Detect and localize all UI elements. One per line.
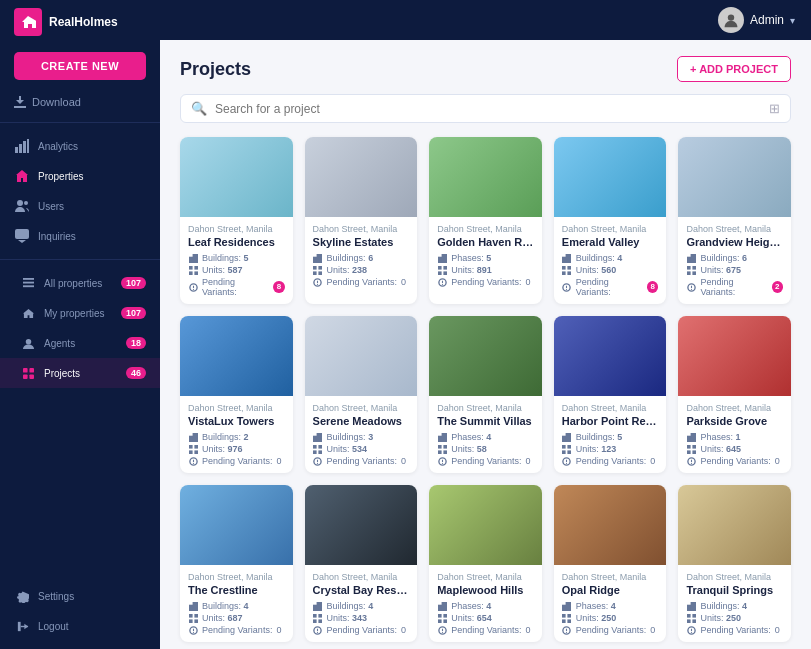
svg-rect-36: [441, 254, 446, 263]
analytics-icon: [14, 138, 30, 154]
buildings-icon: [562, 432, 572, 442]
svg-rect-8: [23, 281, 34, 283]
card-meta: Buildings: 2 Units: 976 Pending Variants…: [188, 432, 285, 466]
units-icon: [188, 444, 198, 454]
sidebar-item-settings[interactable]: Settings: [0, 581, 160, 611]
project-card[interactable]: Dahon Street, Manila Maplewood Hills Pha…: [429, 485, 542, 642]
search-bar: 🔍 ⊞: [180, 94, 791, 123]
card-meta: Buildings: 4 Units: 560 Pending Variants…: [562, 253, 659, 297]
add-project-button[interactable]: + ADD PROJECT: [677, 56, 791, 82]
project-card[interactable]: Dahon Street, Manila Crystal Bay Residen…: [305, 485, 418, 642]
card-meta-pending: Pending Variants: 0: [686, 625, 783, 635]
card-meta-units: Units: 645: [686, 444, 783, 454]
card-meta-units: Units: 675: [686, 265, 783, 275]
project-card[interactable]: Dahon Street, Manila Grandview Heights B…: [678, 137, 791, 304]
sidebar-item-logout[interactable]: Logout: [0, 611, 160, 641]
svg-rect-117: [317, 602, 322, 611]
sidebar-item-my-properties[interactable]: My properties 107: [0, 298, 160, 328]
project-card[interactable]: Dahon Street, Manila Parkside Grove Phas…: [678, 316, 791, 473]
project-card[interactable]: Dahon Street, Manila Serene Meadows Buil…: [305, 316, 418, 473]
card-image: [429, 316, 542, 396]
card-meta-buildings: Buildings: 6: [313, 253, 410, 263]
user-avatar: [718, 7, 744, 33]
project-card[interactable]: Dahon Street, Manila Harbor Point Reside…: [554, 316, 667, 473]
card-meta: Buildings: 6 Units: 238 Pending Variants…: [313, 253, 410, 287]
sidebar-item-analytics[interactable]: Analytics: [0, 131, 160, 161]
pending-icon: [686, 456, 696, 466]
user-name: Admin: [750, 13, 784, 27]
sidebar-item-all-properties[interactable]: All properties 107: [0, 268, 160, 298]
project-card[interactable]: Dahon Street, Manila Golden Haven Reside…: [429, 137, 542, 304]
project-card[interactable]: Dahon Street, Manila The Crestline Build…: [180, 485, 293, 642]
card-meta-buildings: Phases: 4: [562, 601, 659, 611]
sidebar-divider: [0, 122, 160, 123]
card-meta-pending: Pending Variants: 0: [313, 456, 410, 466]
pending-icon: [562, 456, 572, 466]
svg-rect-81: [441, 433, 446, 442]
project-card[interactable]: Dahon Street, Manila Leaf Residences Bui…: [180, 137, 293, 304]
svg-point-16: [728, 14, 734, 20]
card-meta-buildings: Buildings: 4: [313, 601, 410, 611]
units-icon: [562, 265, 572, 275]
pending-icon: [188, 456, 198, 466]
svg-rect-119: [318, 614, 322, 618]
filter-icon[interactable]: ⊞: [769, 101, 780, 116]
sidebar-item-projects-label: Projects: [44, 368, 118, 379]
project-card[interactable]: Dahon Street, Manila Emerald Valley Buil…: [554, 137, 667, 304]
svg-rect-3: [27, 139, 29, 153]
sidebar-item-properties[interactable]: Properties: [0, 161, 160, 191]
svg-rect-147: [687, 619, 691, 623]
svg-point-151: [691, 631, 692, 632]
logo-text: RealHolmes: [49, 15, 118, 29]
card-name: Parkside Grove: [686, 415, 783, 427]
card-body: Dahon Street, Manila The Crestline Build…: [180, 565, 293, 642]
project-card[interactable]: Dahon Street, Manila The Summit Villas P…: [429, 316, 542, 473]
card-location: Dahon Street, Manila: [686, 403, 783, 413]
create-new-button[interactable]: CREATE NEW: [14, 52, 146, 80]
project-card[interactable]: Dahon Street, Manila VistaLux Towers Bui…: [180, 316, 293, 473]
card-body: Dahon Street, Manila The Summit Villas P…: [429, 396, 542, 473]
sidebar-item-settings-label: Settings: [38, 591, 146, 602]
card-meta-pending: Pending Variants: 8: [188, 277, 285, 297]
project-card[interactable]: Dahon Street, Manila Opal Ridge Phases: …: [554, 485, 667, 642]
card-location: Dahon Street, Manila: [562, 572, 659, 582]
buildings-icon: [313, 432, 323, 442]
project-card[interactable]: Dahon Street, Manila Tranquil Springs Bu…: [678, 485, 791, 642]
sidebar-item-inquiries[interactable]: Inquiries: [0, 221, 160, 251]
card-meta: Phases: 4 Units: 58 Pending Variants: 0: [437, 432, 534, 466]
project-card[interactable]: Dahon Street, Manila Skyline Estates Bui…: [305, 137, 418, 304]
sidebar-item-projects[interactable]: Projects 46: [0, 358, 160, 388]
card-meta-units: Units: 250: [562, 613, 659, 623]
page-title: Projects: [180, 59, 251, 80]
card-location: Dahon Street, Manila: [562, 403, 659, 413]
card-meta-pending: Pending Variants: 8: [562, 277, 659, 297]
svg-rect-110: [194, 614, 198, 618]
sidebar-item-agents[interactable]: Agents 18: [0, 328, 160, 358]
card-meta-units: Units: 560: [562, 265, 659, 275]
card-image: [429, 485, 542, 565]
svg-point-106: [691, 462, 692, 463]
download-button[interactable]: Download: [0, 90, 160, 114]
card-meta: Buildings: 5 Units: 587 Pending Variants…: [188, 253, 285, 297]
card-name: Maplewood Hills: [437, 584, 534, 596]
svg-rect-58: [692, 271, 696, 275]
buildings-icon: [437, 601, 447, 611]
card-name: Golden Haven Reside...: [437, 236, 534, 248]
svg-rect-11: [23, 368, 28, 373]
card-meta-pending: Pending Variants: 0: [313, 625, 410, 635]
home-icon: [20, 305, 36, 321]
svg-rect-45: [566, 254, 571, 263]
card-meta: Buildings: 3 Units: 534 Pending Variants…: [313, 432, 410, 466]
card-meta-pending: Pending Variants: 0: [437, 277, 534, 287]
card-meta-buildings: Buildings: 5: [562, 432, 659, 442]
svg-rect-92: [568, 445, 572, 449]
card-meta-buildings: Buildings: 4: [188, 601, 285, 611]
card-image: [305, 316, 418, 396]
card-body: Dahon Street, Manila Harbor Point Reside…: [554, 396, 667, 473]
svg-point-25: [192, 288, 193, 289]
search-input[interactable]: [215, 102, 761, 116]
user-menu[interactable]: Admin ▾: [718, 7, 795, 33]
card-meta-units: Units: 687: [188, 613, 285, 623]
card-meta-pending: Pending Variants: 0: [562, 456, 659, 466]
sidebar-item-users[interactable]: Users: [0, 191, 160, 221]
